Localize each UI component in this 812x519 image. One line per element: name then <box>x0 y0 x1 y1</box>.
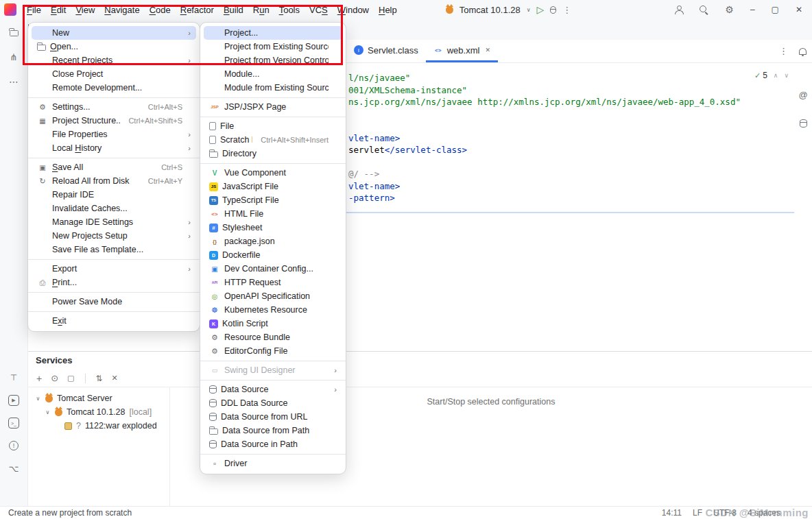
terminal-tool-button[interactable]: >_ <box>5 414 23 432</box>
settings-gear-icon[interactable]: ⚙ <box>725 4 734 15</box>
indent-style[interactable]: 4 spaces <box>748 508 780 518</box>
menu-code[interactable]: Code <box>145 3 176 17</box>
show-services-button[interactable]: ⊙ <box>51 373 58 383</box>
hide-panel-button[interactable]: ✕ <box>112 374 118 383</box>
tomcat-server-group-node[interactable]: ∨ Tomcat Server <box>28 391 169 405</box>
new-menu-item-project[interactable]: Project... › <box>204 26 342 40</box>
problems-tool-button[interactable]: ! <box>5 437 23 455</box>
file-encoding[interactable]: UTF-8 <box>713 508 737 518</box>
new-menu-item-data-source[interactable]: Data Source › <box>204 383 342 396</box>
new-menu-item-project-from-existing-sources[interactable]: Project from Existing Sources... › <box>204 40 342 53</box>
new-menu-item-file[interactable]: File › <box>204 119 342 133</box>
artifact-node[interactable]: ? 1122:war exploded <box>28 419 169 433</box>
database-tool-button[interactable] <box>794 114 812 132</box>
file-menu-item-print[interactable]: ⎙ Print... › <box>32 276 196 289</box>
file-menu-item-invalidate-caches[interactable]: Invalidate Caches... › <box>32 202 196 215</box>
new-menu-item-ddl-data-source[interactable]: DDL Data Source › <box>204 396 342 410</box>
minimize-button[interactable]: – <box>750 5 755 14</box>
version-control-tool-button[interactable]: ⌥ <box>5 459 23 477</box>
file-menu-item-file-properties[interactable]: File Properties › <box>32 128 196 141</box>
file-menu-item-project-structure[interactable]: ▦ Project Structure... Ctrl+Alt+Shift+S … <box>32 114 196 128</box>
menu-tools[interactable]: Tools <box>274 3 304 17</box>
cursor-position[interactable]: 14:11 <box>662 508 682 518</box>
user-account-icon[interactable] <box>674 5 683 14</box>
file-menu-item-recent-projects[interactable]: Recent Projects › <box>32 53 196 67</box>
more-tools-button[interactable]: ⋯ <box>5 73 23 90</box>
menu-help[interactable]: Help <box>374 3 402 17</box>
chevron-down-icon[interactable]: ∨ <box>45 409 51 415</box>
more-actions-icon[interactable]: ⋮ <box>562 5 571 15</box>
new-menu-item-typescript-file[interactable]: TS TypeScript File › <box>204 193 342 207</box>
new-menu-item-scratch-file[interactable]: Scratch File Ctrl+Alt+Shift+Insert › <box>204 133 342 147</box>
new-menu-item-stylesheet[interactable]: # Stylesheet › <box>204 221 342 234</box>
chevron-down-icon[interactable]: ∨ <box>527 7 531 13</box>
new-menu-item-module-from-existing-sources[interactable]: Module from Existing Sources... › <box>204 81 342 95</box>
add-service-button[interactable]: + <box>36 373 42 384</box>
file-menu-item-settings[interactable]: ⚙ Settings... Ctrl+Alt+S › <box>32 100 196 114</box>
new-menu-item-dev-container-config[interactable]: ▣ Dev Container Config... › <box>204 262 342 276</box>
new-menu-item-data-source-in-path[interactable]: Data Source in Path › <box>204 437 342 451</box>
new-menu-item-dockerfile[interactable]: D Dockerfile › <box>204 248 342 262</box>
menu-refactor[interactable]: Refactor <box>176 3 219 17</box>
file-menu-item-new[interactable]: New › <box>32 26 196 40</box>
new-menu-item-resource-bundle[interactable]: ⚙ Resource Bundle › <box>204 330 342 344</box>
new-menu-item-directory[interactable]: Directory › <box>204 147 342 160</box>
menu-vcs[interactable]: VCS <box>304 3 333 17</box>
close-tab-icon[interactable]: ✕ <box>485 47 490 53</box>
file-menu-item-remote-development[interactable]: Remote Development... › <box>32 81 196 95</box>
next-problem-icon[interactable]: ∨ <box>784 72 789 79</box>
prev-problem-icon[interactable]: ∧ <box>774 72 778 79</box>
structure-tool-button[interactable]: ⋔ <box>5 48 23 66</box>
tab-web-xml[interactable]: <> web.xml ✕ <box>426 40 498 62</box>
new-menu-item-kubernetes-resource[interactable]: ☸ Kubernetes Resource › <box>204 303 342 317</box>
new-menu-item-data-source-from-url[interactable]: Data Source from URL › <box>204 410 342 424</box>
new-menu-item-http-request[interactable]: API HTTP Request › <box>204 276 342 289</box>
new-menu-item-module[interactable]: Module... › <box>204 67 342 81</box>
file-menu-item-power-save-mode[interactable]: Power Save Mode › <box>32 295 196 309</box>
new-menu-item-swing-ui-designer[interactable]: ▭ Swing UI Designer › <box>204 363 342 377</box>
new-menu-item-html-file[interactable]: <> HTML File › <box>204 207 342 221</box>
debug-button[interactable] <box>550 6 556 14</box>
file-menu-item-close-project[interactable]: Close Project › <box>32 67 196 81</box>
new-menu-item-package-json[interactable]: {} package.json › <box>204 234 342 248</box>
menu-view[interactable]: View <box>71 3 99 17</box>
new-menu-item-editorconfig-file[interactable]: ⚙ EditorConfig File › <box>204 344 342 358</box>
new-menu-item-driver[interactable]: ▫ Driver › <box>204 457 342 470</box>
project-tool-button[interactable] <box>5 23 23 41</box>
file-menu-item-local-history[interactable]: Local History › <box>32 141 196 155</box>
file-menu-item-open[interactable]: Open... › <box>32 40 196 53</box>
menu-build[interactable]: Build <box>219 3 248 17</box>
chevron-down-icon[interactable]: ∨ <box>35 396 41 402</box>
file-menu-item-save-file-as-template[interactable]: Save File as Template... › <box>32 243 196 256</box>
new-menu-item-kotlin-script[interactable]: K Kotlin Script › <box>204 317 342 330</box>
endpoints-tool-button[interactable]: ⊤ <box>5 369 23 387</box>
line-separator[interactable]: LF <box>693 508 702 518</box>
file-menu-item-export[interactable]: Export › <box>32 262 196 276</box>
file-menu-item-save-all[interactable]: ▣ Save All Ctrl+S › <box>32 160 196 174</box>
file-menu-item-manage-ide-settings[interactable]: Manage IDE Settings › <box>32 215 196 229</box>
new-menu-item-project-from-version-control[interactable]: Project from Version Control... › <box>204 53 342 67</box>
float-mode-button[interactable]: ▢ <box>67 374 74 383</box>
file-menu-item-reload-all-from-disk[interactable]: ↻ Reload All from Disk Ctrl+Alt+Y › <box>32 174 196 188</box>
new-menu-item-jsp-jspx-page[interactable]: JSP JSP/JSPX Page › <box>204 100 342 114</box>
menu-window[interactable]: Window <box>333 3 374 17</box>
assistant-tool-button[interactable]: @ <box>794 86 812 104</box>
new-menu-item-vue-component[interactable]: V Vue Component › <box>204 166 342 180</box>
notifications-bell-icon[interactable] <box>799 48 807 55</box>
new-menu-item-openapi-specification[interactable]: ◎ OpenAPI Specification › <box>204 289 342 303</box>
maximize-button[interactable]: ▢ <box>772 5 779 14</box>
file-menu-item-new-projects-setup[interactable]: New Projects Setup › <box>32 229 196 243</box>
menu-file[interactable]: File <box>22 3 46 17</box>
search-everywhere-icon[interactable] <box>700 5 708 14</box>
file-menu-item-exit[interactable]: Exit › <box>32 314 196 328</box>
inspections-widget[interactable]: ✓ 5 ∧ ∨ <box>754 71 789 80</box>
new-menu-item-data-source-from-path[interactable]: Data Source from Path › <box>204 424 342 437</box>
tab-options-icon[interactable]: ⋮ <box>779 46 788 56</box>
tab-servlet-class[interactable]: i Servlet.class <box>346 40 426 62</box>
menu-edit[interactable]: Edit <box>46 3 71 17</box>
run-button[interactable]: ▷ <box>537 4 545 15</box>
close-button[interactable]: ✕ <box>796 5 802 14</box>
new-menu-item-javascript-file[interactable]: JS JavaScript File › <box>204 180 342 193</box>
run-config-selector[interactable]: Tomcat 10.1.28 <box>459 5 521 15</box>
file-menu-item-repair-ide[interactable]: Repair IDE › <box>32 188 196 202</box>
